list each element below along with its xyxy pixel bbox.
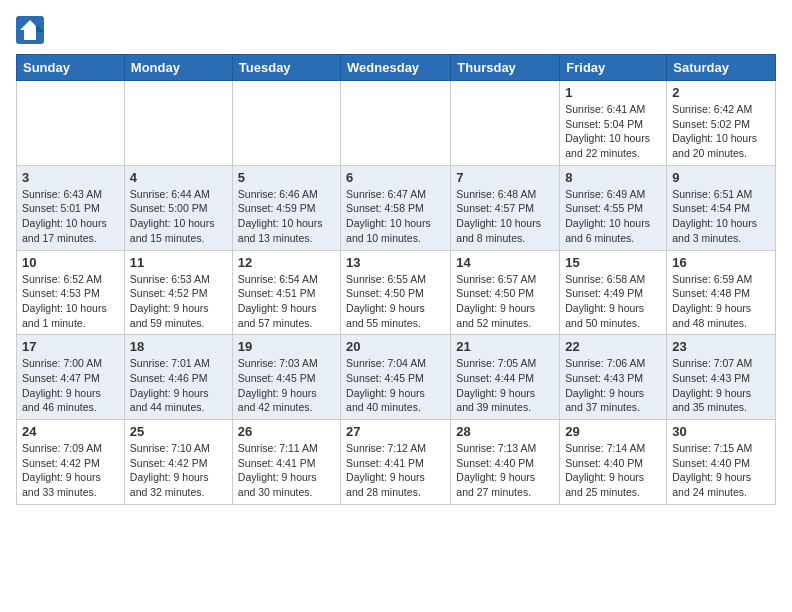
calendar-cell: 16Sunrise: 6:59 AM Sunset: 4:48 PM Dayli…: [667, 250, 776, 335]
day-number: 10: [22, 255, 119, 270]
day-number: 7: [456, 170, 554, 185]
day-number: 30: [672, 424, 770, 439]
day-number: 9: [672, 170, 770, 185]
weekday-header: Monday: [124, 55, 232, 81]
calendar-cell: [124, 81, 232, 166]
calendar-cell: [17, 81, 125, 166]
day-number: 18: [130, 339, 227, 354]
logo: [16, 16, 48, 44]
calendar-cell: 8Sunrise: 6:49 AM Sunset: 4:55 PM Daylig…: [560, 165, 667, 250]
day-info: Sunrise: 6:52 AM Sunset: 4:53 PM Dayligh…: [22, 272, 119, 331]
calendar-cell: 28Sunrise: 7:13 AM Sunset: 4:40 PM Dayli…: [451, 420, 560, 505]
day-number: 11: [130, 255, 227, 270]
day-number: 19: [238, 339, 335, 354]
day-number: 21: [456, 339, 554, 354]
calendar-cell: 23Sunrise: 7:07 AM Sunset: 4:43 PM Dayli…: [667, 335, 776, 420]
calendar-cell: 13Sunrise: 6:55 AM Sunset: 4:50 PM Dayli…: [341, 250, 451, 335]
logo-icon: [16, 16, 44, 44]
day-info: Sunrise: 7:06 AM Sunset: 4:43 PM Dayligh…: [565, 356, 661, 415]
day-info: Sunrise: 6:41 AM Sunset: 5:04 PM Dayligh…: [565, 102, 661, 161]
day-number: 22: [565, 339, 661, 354]
day-info: Sunrise: 6:51 AM Sunset: 4:54 PM Dayligh…: [672, 187, 770, 246]
day-info: Sunrise: 6:42 AM Sunset: 5:02 PM Dayligh…: [672, 102, 770, 161]
day-info: Sunrise: 6:59 AM Sunset: 4:48 PM Dayligh…: [672, 272, 770, 331]
calendar-cell: 25Sunrise: 7:10 AM Sunset: 4:42 PM Dayli…: [124, 420, 232, 505]
day-info: Sunrise: 6:57 AM Sunset: 4:50 PM Dayligh…: [456, 272, 554, 331]
calendar-cell: 30Sunrise: 7:15 AM Sunset: 4:40 PM Dayli…: [667, 420, 776, 505]
calendar-cell: 18Sunrise: 7:01 AM Sunset: 4:46 PM Dayli…: [124, 335, 232, 420]
day-info: Sunrise: 6:58 AM Sunset: 4:49 PM Dayligh…: [565, 272, 661, 331]
day-number: 16: [672, 255, 770, 270]
day-number: 12: [238, 255, 335, 270]
page-header: [16, 16, 776, 44]
calendar-cell: 17Sunrise: 7:00 AM Sunset: 4:47 PM Dayli…: [17, 335, 125, 420]
day-number: 8: [565, 170, 661, 185]
weekday-header: Friday: [560, 55, 667, 81]
day-info: Sunrise: 6:55 AM Sunset: 4:50 PM Dayligh…: [346, 272, 445, 331]
day-number: 20: [346, 339, 445, 354]
day-info: Sunrise: 7:04 AM Sunset: 4:45 PM Dayligh…: [346, 356, 445, 415]
day-number: 14: [456, 255, 554, 270]
calendar-cell: [232, 81, 340, 166]
calendar-cell: [451, 81, 560, 166]
day-info: Sunrise: 7:03 AM Sunset: 4:45 PM Dayligh…: [238, 356, 335, 415]
calendar-week-row: 24Sunrise: 7:09 AM Sunset: 4:42 PM Dayli…: [17, 420, 776, 505]
day-number: 28: [456, 424, 554, 439]
calendar-week-row: 17Sunrise: 7:00 AM Sunset: 4:47 PM Dayli…: [17, 335, 776, 420]
day-info: Sunrise: 7:10 AM Sunset: 4:42 PM Dayligh…: [130, 441, 227, 500]
day-number: 5: [238, 170, 335, 185]
day-info: Sunrise: 6:43 AM Sunset: 5:01 PM Dayligh…: [22, 187, 119, 246]
calendar-cell: 3Sunrise: 6:43 AM Sunset: 5:01 PM Daylig…: [17, 165, 125, 250]
calendar-week-row: 3Sunrise: 6:43 AM Sunset: 5:01 PM Daylig…: [17, 165, 776, 250]
day-info: Sunrise: 6:53 AM Sunset: 4:52 PM Dayligh…: [130, 272, 227, 331]
calendar-cell: 6Sunrise: 6:47 AM Sunset: 4:58 PM Daylig…: [341, 165, 451, 250]
calendar-cell: [341, 81, 451, 166]
day-info: Sunrise: 6:49 AM Sunset: 4:55 PM Dayligh…: [565, 187, 661, 246]
weekday-header: Thursday: [451, 55, 560, 81]
day-number: 24: [22, 424, 119, 439]
calendar-cell: 15Sunrise: 6:58 AM Sunset: 4:49 PM Dayli…: [560, 250, 667, 335]
calendar-cell: 5Sunrise: 6:46 AM Sunset: 4:59 PM Daylig…: [232, 165, 340, 250]
calendar-cell: 2Sunrise: 6:42 AM Sunset: 5:02 PM Daylig…: [667, 81, 776, 166]
day-number: 27: [346, 424, 445, 439]
day-info: Sunrise: 7:00 AM Sunset: 4:47 PM Dayligh…: [22, 356, 119, 415]
calendar-cell: 7Sunrise: 6:48 AM Sunset: 4:57 PM Daylig…: [451, 165, 560, 250]
day-number: 3: [22, 170, 119, 185]
calendar-week-row: 1Sunrise: 6:41 AM Sunset: 5:04 PM Daylig…: [17, 81, 776, 166]
calendar-cell: 11Sunrise: 6:53 AM Sunset: 4:52 PM Dayli…: [124, 250, 232, 335]
weekday-header: Saturday: [667, 55, 776, 81]
day-number: 23: [672, 339, 770, 354]
day-number: 2: [672, 85, 770, 100]
calendar-cell: 29Sunrise: 7:14 AM Sunset: 4:40 PM Dayli…: [560, 420, 667, 505]
day-number: 4: [130, 170, 227, 185]
weekday-header: Sunday: [17, 55, 125, 81]
calendar-cell: 26Sunrise: 7:11 AM Sunset: 4:41 PM Dayli…: [232, 420, 340, 505]
day-number: 17: [22, 339, 119, 354]
calendar-cell: 21Sunrise: 7:05 AM Sunset: 4:44 PM Dayli…: [451, 335, 560, 420]
day-info: Sunrise: 6:46 AM Sunset: 4:59 PM Dayligh…: [238, 187, 335, 246]
day-number: 29: [565, 424, 661, 439]
day-info: Sunrise: 7:01 AM Sunset: 4:46 PM Dayligh…: [130, 356, 227, 415]
day-number: 25: [130, 424, 227, 439]
calendar-cell: 12Sunrise: 6:54 AM Sunset: 4:51 PM Dayli…: [232, 250, 340, 335]
day-info: Sunrise: 7:11 AM Sunset: 4:41 PM Dayligh…: [238, 441, 335, 500]
day-info: Sunrise: 7:14 AM Sunset: 4:40 PM Dayligh…: [565, 441, 661, 500]
day-info: Sunrise: 7:15 AM Sunset: 4:40 PM Dayligh…: [672, 441, 770, 500]
calendar-cell: 27Sunrise: 7:12 AM Sunset: 4:41 PM Dayli…: [341, 420, 451, 505]
day-number: 26: [238, 424, 335, 439]
calendar-cell: 1Sunrise: 6:41 AM Sunset: 5:04 PM Daylig…: [560, 81, 667, 166]
calendar-week-row: 10Sunrise: 6:52 AM Sunset: 4:53 PM Dayli…: [17, 250, 776, 335]
calendar-cell: 22Sunrise: 7:06 AM Sunset: 4:43 PM Dayli…: [560, 335, 667, 420]
calendar-cell: 14Sunrise: 6:57 AM Sunset: 4:50 PM Dayli…: [451, 250, 560, 335]
calendar-cell: 10Sunrise: 6:52 AM Sunset: 4:53 PM Dayli…: [17, 250, 125, 335]
weekday-header: Wednesday: [341, 55, 451, 81]
day-number: 6: [346, 170, 445, 185]
calendar-table: SundayMondayTuesdayWednesdayThursdayFrid…: [16, 54, 776, 505]
day-info: Sunrise: 7:05 AM Sunset: 4:44 PM Dayligh…: [456, 356, 554, 415]
weekday-header: Tuesday: [232, 55, 340, 81]
day-info: Sunrise: 7:09 AM Sunset: 4:42 PM Dayligh…: [22, 441, 119, 500]
day-number: 15: [565, 255, 661, 270]
calendar-cell: 4Sunrise: 6:44 AM Sunset: 5:00 PM Daylig…: [124, 165, 232, 250]
calendar-cell: 19Sunrise: 7:03 AM Sunset: 4:45 PM Dayli…: [232, 335, 340, 420]
calendar-header-row: SundayMondayTuesdayWednesdayThursdayFrid…: [17, 55, 776, 81]
